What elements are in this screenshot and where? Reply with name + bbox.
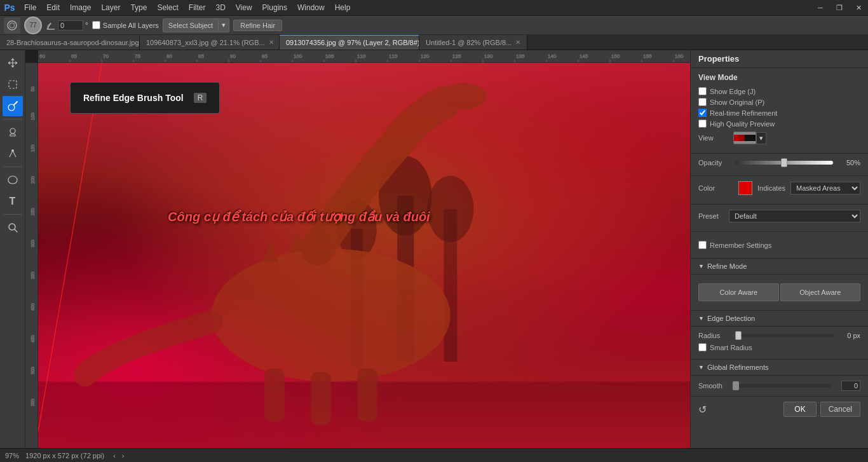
tab-3-close[interactable]: ✕ — [515, 39, 520, 46]
menu-help[interactable]: Help — [330, 0, 356, 16]
view-label: View — [698, 134, 733, 142]
indicates-select[interactable]: Masked Areas Selected Areas Reveal Layer — [790, 182, 860, 194]
panel-header: Properties — [691, 50, 868, 68]
stamp-tool-button[interactable] — [3, 122, 23, 142]
view-swatch[interactable] — [733, 132, 756, 144]
global-refinements-label: Global Refinements — [707, 363, 769, 371]
color-aware-button[interactable]: Color Aware — [698, 283, 779, 301]
optionsbar: 77 0 ° Sample All Layers Select Subject … — [0, 16, 868, 35]
menu-filter[interactable]: Filter — [184, 0, 211, 16]
menu-3d[interactable]: 3D — [210, 0, 230, 16]
opacity-slider[interactable] — [735, 161, 833, 165]
svg-point-0 — [8, 21, 17, 30]
remember-section: Remember Settings — [691, 232, 868, 259]
select-subject-button[interactable]: Select Subject — [163, 18, 219, 32]
nav-left[interactable]: ‹ — [113, 452, 116, 459]
svg-line-6 — [14, 102, 17, 105]
menu-file[interactable]: File — [19, 0, 41, 16]
tooltip-shortcut: R — [194, 93, 207, 103]
restore-button[interactable]: ❐ — [830, 0, 849, 16]
svg-text:150: 150 — [611, 53, 620, 59]
remember-settings-checkbox[interactable] — [698, 241, 707, 249]
ok-cancel-group: OK Cancel — [783, 402, 860, 417]
color-swatch[interactable] — [738, 181, 752, 195]
smooth-label: Smooth — [698, 382, 722, 390]
refine-brush-tool-button[interactable] — [3, 96, 23, 116]
close-button[interactable]: ✕ — [849, 0, 868, 16]
color-label: Color — [698, 184, 733, 192]
cancel-button[interactable]: Cancel — [820, 402, 860, 417]
smart-radius-checkbox[interactable] — [698, 343, 707, 351]
tool-icon-display — [4, 17, 20, 34]
menu-image[interactable]: Image — [65, 0, 96, 16]
svg-text:140: 140 — [548, 53, 557, 59]
opacity-section: Opacity 50% — [691, 154, 868, 176]
radius-slider[interactable] — [735, 334, 833, 337]
canvas-content[interactable]: Công cụ để tách của đối tượng đầu và đuô… — [38, 63, 690, 448]
smooth-value: 0 — [841, 381, 860, 391]
indicates-label: Indicates — [757, 184, 785, 192]
svg-text:115: 115 — [389, 53, 398, 59]
selection-tool-button[interactable] — [3, 74, 23, 95]
object-aware-button[interactable]: Object Aware — [780, 283, 861, 301]
edge-detection-heading[interactable]: ▼ Edge Detection — [691, 311, 868, 327]
radius-thumb[interactable] — [735, 331, 742, 340]
menu-layer[interactable]: Layer — [96, 0, 125, 16]
svg-rect-4 — [9, 81, 17, 88]
menu-type[interactable]: Type — [125, 0, 152, 16]
smooth-slider[interactable] — [733, 384, 831, 388]
menu-window[interactable]: Window — [292, 0, 330, 16]
radius-row: Radius 0 px — [698, 332, 860, 339]
brush-size-display[interactable]: 77 — [24, 17, 42, 34]
tab-1-label: 109640873_xxl3.jpg @ 21.1% (RGB... — [146, 39, 265, 46]
text-tool-button[interactable]: T — [3, 191, 23, 212]
angle-control: 0 ° — [46, 20, 88, 31]
tab-3[interactable]: Untitled-1 @ 82% (RGB/8... ✕ — [419, 35, 527, 50]
menu-edit[interactable]: Edit — [41, 0, 65, 16]
show-edge-checkbox[interactable] — [698, 87, 707, 95]
global-refinements-heading[interactable]: ▼ Global Refinements — [691, 360, 868, 376]
svg-text:70: 70 — [103, 53, 109, 59]
svg-text:200: 200 — [31, 176, 35, 184]
svg-rect-78 — [358, 369, 377, 422]
tab-3-label: Untitled-1 @ 82% (RGB/8... — [426, 39, 512, 46]
angle-degree: ° — [85, 21, 88, 30]
minimize-button[interactable]: ─ — [811, 0, 830, 16]
preset-select[interactable]: Default Custom — [729, 210, 860, 222]
tab-1-close[interactable]: ✕ — [269, 39, 274, 46]
smooth-thumb[interactable] — [733, 381, 739, 390]
angle-input[interactable]: 0 — [58, 20, 83, 31]
canvas-area[interactable]: 60 65 70 75 80 85 90 95 100 — [25, 50, 690, 448]
move-tool-button[interactable] — [3, 53, 23, 73]
tab-1[interactable]: 109640873_xxl3.jpg @ 21.1% (RGB... ✕ — [140, 35, 280, 50]
pen-tool-button[interactable] — [3, 144, 23, 164]
hq-preview-checkbox[interactable] — [698, 119, 707, 128]
ok-button[interactable]: OK — [783, 402, 816, 417]
sample-all-layers-label: Sample All Layers — [103, 22, 159, 29]
sample-all-layers-checkbox[interactable] — [92, 21, 100, 29]
opacity-label: Opacity — [698, 159, 730, 166]
refine-hair-button[interactable]: Refine Hair — [233, 20, 282, 31]
toolbar-divider-2 — [4, 166, 22, 167]
menu-select[interactable]: Select — [152, 0, 183, 16]
realtime-checkbox[interactable] — [698, 109, 707, 117]
opacity-thumb[interactable] — [781, 158, 787, 167]
svg-text:95: 95 — [262, 53, 268, 59]
select-subject-dropdown[interactable]: ▾ — [219, 18, 229, 32]
menu-view[interactable]: View — [231, 0, 257, 16]
reset-button[interactable]: ↺ — [698, 404, 707, 416]
menu-plugins[interactable]: Plugins — [257, 0, 292, 16]
tab-2[interactable]: 0913074356.jpg @ 97% (Layer 2, RGB/8#) *… — [280, 35, 419, 50]
viet-text-overlay: Công cụ để tách của đối tượng đầu và đuô… — [104, 209, 495, 224]
zoom-level: 97% — [5, 452, 19, 459]
svg-text:75: 75 — [135, 53, 140, 59]
zoom-tool-button[interactable] — [3, 217, 23, 238]
tab-0[interactable]: 28-Brachiosaurus-a-sauropod-dinosaur.jpg… — [0, 35, 140, 50]
sample-all-layers-check[interactable]: Sample All Layers — [92, 21, 159, 29]
view-dropdown-button[interactable]: ▾ — [756, 132, 766, 144]
refine-mode-heading[interactable]: ▼ Refine Mode — [691, 259, 868, 275]
smart-radius-label: Smart Radius — [710, 344, 752, 351]
lasso-tool-button[interactable] — [3, 170, 23, 190]
show-original-checkbox[interactable] — [698, 98, 707, 106]
nav-right[interactable]: › — [122, 452, 125, 459]
